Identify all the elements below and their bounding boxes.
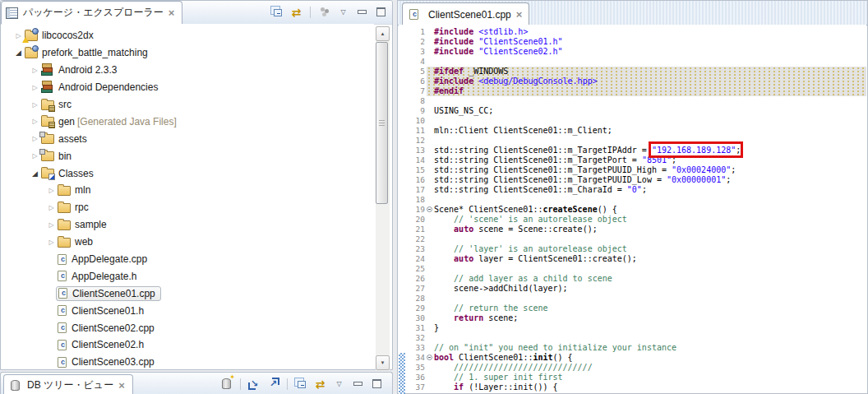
tree-item-android-dependencies[interactable]: ▷Android Dependencies bbox=[2, 79, 374, 96]
cpp-file-icon bbox=[58, 254, 67, 265]
collapsed-arrow-icon[interactable]: ▷ bbox=[45, 239, 58, 246]
close-icon[interactable]: × bbox=[118, 380, 125, 391]
code-line-14: 14std::string ClientScene01::m_TargetPor… bbox=[399, 155, 866, 165]
tree-item-gen[interactable]: ▷gen[Generated Java Files] bbox=[2, 113, 374, 130]
tree-item-appdelegate-cpp[interactable]: AppDelegate.cpp bbox=[2, 251, 374, 268]
scroll-down-icon[interactable]: ▼ bbox=[376, 355, 390, 370]
fold-spacer bbox=[427, 126, 434, 136]
annotation-highlight-box bbox=[649, 141, 743, 158]
tree-item-appdelegate-h[interactable]: AppDelegate.h bbox=[2, 267, 374, 285]
collapse-all-icon[interactable] bbox=[294, 377, 308, 391]
code-text: //////////////////////////// bbox=[434, 363, 593, 373]
fold-spacer bbox=[427, 57, 434, 67]
tab-clientscene01-cpp[interactable]: ClientScene01.cpp × bbox=[402, 2, 529, 25]
selected-item-highlight: ClientScene01.cpp bbox=[56, 286, 161, 301]
expanded-arrow-icon[interactable]: ◢ bbox=[29, 169, 41, 178]
minimize-icon[interactable] bbox=[355, 5, 369, 19]
tree-item-sample[interactable]: ▷sample bbox=[2, 216, 374, 234]
tree-item-clientscene02-cpp[interactable]: ClientScene02.cpp bbox=[2, 319, 374, 336]
tree-item-prefork-battle-matching[interactable]: ◢prefork_battle_matching bbox=[2, 44, 374, 62]
link-with-editor-icon[interactable]: ⇄ bbox=[313, 377, 327, 391]
line-number: 19 bbox=[399, 205, 427, 215]
line-number: 22 bbox=[399, 234, 427, 244]
tree-item-classes[interactable]: ◢Classes bbox=[2, 165, 374, 182]
new-db-connection-icon[interactable] bbox=[219, 377, 233, 391]
export-icon[interactable]: ↗ bbox=[266, 377, 280, 391]
tree-item-mln[interactable]: ▷mln bbox=[2, 182, 374, 199]
editor-area: ClientScene01.cpp × 1#include <stdlib.h>… bbox=[397, 0, 868, 394]
scroll-up-icon[interactable]: ▲ bbox=[376, 26, 390, 41]
code-text: return scene; bbox=[434, 313, 518, 323]
linked-folder-icon bbox=[41, 168, 53, 178]
tree-item-web[interactable]: ▷web bbox=[2, 234, 374, 251]
package-explorer-tree[interactable]: ▷libcocos2dx◢prefork_battle_matching▷And… bbox=[2, 24, 374, 369]
cpp-file-icon bbox=[409, 9, 418, 20]
fold-spacer bbox=[427, 37, 434, 47]
code-line-18: 18 bbox=[399, 195, 866, 205]
tree-item-rpc[interactable]: ▷rpc bbox=[2, 199, 374, 216]
tree-item-label: AppDelegate.h bbox=[72, 271, 136, 282]
maximize-icon[interactable] bbox=[374, 5, 388, 19]
line-number: 5 bbox=[399, 67, 427, 76]
line-number: 2 bbox=[399, 37, 427, 47]
tree-scrollbar[interactable]: ▲ ▼ bbox=[376, 26, 390, 370]
working-sets-icon[interactable] bbox=[317, 5, 331, 19]
fold-spacer bbox=[427, 264, 434, 274]
code-line-28: 28 bbox=[399, 294, 866, 304]
tab-db-tree-view[interactable]: DB ツリー・ビュー × bbox=[3, 374, 133, 394]
tree-item-suffix: [Generated Java Files] bbox=[77, 116, 177, 127]
tree-item-label: ClientScene02.h bbox=[72, 339, 144, 350]
code-text: // return the scene bbox=[434, 304, 547, 313]
close-icon[interactable]: × bbox=[516, 9, 523, 20]
line-number: 21 bbox=[399, 225, 427, 234]
link-with-editor-icon[interactable]: ⇄ bbox=[289, 5, 303, 19]
cpp-file-icon bbox=[58, 340, 67, 350]
code-text: std::string ClientScene01::m_TargetPUUID… bbox=[434, 175, 731, 185]
tree-item-src[interactable]: ▷src bbox=[2, 96, 374, 114]
tree-item-assets[interactable]: ▷assets bbox=[2, 130, 374, 147]
tree-item-clientscene01-h[interactable]: ClientScene01.h bbox=[2, 302, 374, 319]
line-number: 10 bbox=[399, 116, 427, 126]
tree-item-clientscene03-cpp[interactable]: ClientScene03.cpp bbox=[2, 354, 374, 369]
fold-spacer bbox=[427, 284, 434, 294]
collapsed-arrow-icon[interactable]: ▷ bbox=[45, 221, 58, 229]
tree-item-libcocos2dx[interactable]: ▷libcocos2dx bbox=[2, 27, 374, 44]
tree-item-label: bin bbox=[58, 151, 72, 162]
folder-icon bbox=[58, 237, 70, 248]
code-editor[interactable]: 1#include <stdlib.h>2#include "ClientSce… bbox=[399, 25, 866, 393]
collapsed-arrow-icon[interactable]: ▷ bbox=[29, 84, 41, 91]
project-icon bbox=[25, 48, 37, 58]
collapse-all-icon[interactable] bbox=[270, 5, 284, 19]
import-icon[interactable]: ↘ bbox=[247, 377, 261, 391]
collapsed-arrow-icon[interactable]: ▷ bbox=[29, 118, 41, 125]
code-line-12: 12 bbox=[399, 136, 866, 146]
tree-item-bin[interactable]: ▷bin bbox=[2, 147, 374, 165]
code-line-11: 11mln::Client ClientScene01::m_Client; bbox=[399, 126, 866, 136]
fold-spacer bbox=[427, 146, 434, 155]
line-number: 24 bbox=[399, 254, 427, 264]
view-menu-icon[interactable]: ▽ bbox=[336, 5, 350, 19]
collapsed-arrow-icon[interactable]: ▷ bbox=[45, 204, 58, 211]
fold-spacer bbox=[427, 27, 434, 37]
scrollbar-thumb[interactable] bbox=[376, 42, 388, 204]
tree-item-clientscene01-cpp[interactable]: ClientScene01.cpp bbox=[2, 285, 374, 302]
code-line-23: 23 // 'layer' is an autorelease object bbox=[399, 244, 866, 254]
cpp-file-icon bbox=[58, 305, 67, 316]
fold-collapse-icon[interactable] bbox=[427, 205, 434, 215]
collapsed-arrow-icon[interactable]: ▷ bbox=[45, 187, 58, 194]
fold-spacer bbox=[427, 116, 434, 126]
maximize-icon[interactable] bbox=[370, 377, 384, 391]
code-line-26: 26 // add layer as a child to scene bbox=[399, 274, 866, 284]
fold-collapse-icon[interactable] bbox=[427, 353, 434, 363]
collapsed-arrow-icon[interactable]: ▷ bbox=[29, 101, 41, 109]
collapsed-arrow-icon[interactable]: ▷ bbox=[29, 67, 41, 74]
view-menu-icon[interactable]: ▽ bbox=[332, 377, 346, 391]
tab-package-explorer[interactable]: パッケージ・エクスプローラー × bbox=[1, 1, 182, 24]
close-icon[interactable]: × bbox=[169, 7, 175, 18]
line-number: 27 bbox=[399, 284, 427, 294]
tree-item-clientscene02-h[interactable]: ClientScene02.h bbox=[2, 336, 374, 354]
expanded-arrow-icon[interactable]: ◢ bbox=[12, 49, 25, 57]
tree-item-android-2-3-3[interactable]: ▷Android 2.3.3 bbox=[2, 62, 374, 79]
minimize-icon[interactable] bbox=[351, 377, 365, 391]
tree-item-label: assets bbox=[58, 133, 87, 145]
